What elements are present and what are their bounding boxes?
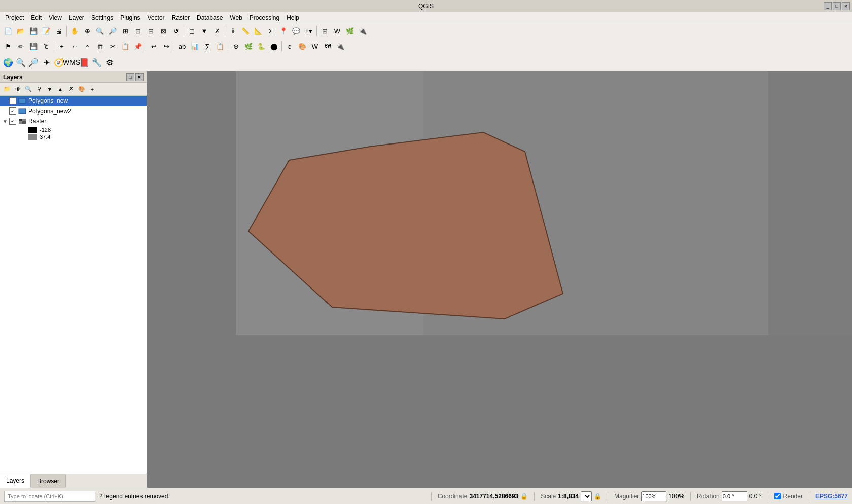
attr-table-button[interactable]: 📋 bbox=[214, 40, 226, 52]
diagram-button[interactable]: 📊 bbox=[189, 40, 201, 52]
zoom-out-button[interactable]: 🔎 bbox=[106, 25, 119, 37]
wms-button[interactable]: W bbox=[331, 25, 343, 37]
locate-input[interactable] bbox=[4, 491, 95, 502]
magnifier-input[interactable] bbox=[641, 491, 666, 501]
plugin-mgr-button[interactable]: 🔌 bbox=[334, 40, 346, 52]
zoom-native-button[interactable]: ⊠ bbox=[157, 25, 169, 37]
layer-checkbox-raster[interactable]: ✓ bbox=[9, 118, 16, 125]
python-button[interactable]: 🐍 bbox=[255, 40, 267, 52]
filter-layers-button[interactable]: ⚲ bbox=[34, 84, 44, 94]
select-by-area-button[interactable]: ◻ bbox=[186, 25, 198, 37]
stats-button[interactable]: Σ bbox=[265, 25, 277, 37]
query-button[interactable]: 🔎 bbox=[27, 56, 40, 68]
field-calc-button[interactable]: ∑ bbox=[201, 40, 214, 52]
print-button[interactable]: 🖨 bbox=[53, 25, 65, 37]
geo-search-button[interactable]: 🔍 bbox=[15, 56, 27, 68]
plugin-button[interactable]: 🔌 bbox=[357, 25, 369, 37]
edit-layer-button[interactable]: ✏ bbox=[15, 40, 27, 52]
save-project-button[interactable]: 💾 bbox=[27, 25, 40, 37]
pan-to-selection-button[interactable]: ⊕ bbox=[81, 25, 93, 37]
menu-database[interactable]: Database bbox=[194, 13, 226, 22]
collapse-all-button[interactable]: ▲ bbox=[55, 84, 65, 94]
menu-edit[interactable]: Edit bbox=[28, 13, 45, 22]
filter-layer-button[interactable]: 🔍 bbox=[23, 84, 33, 94]
digitize-btn-1[interactable]: ⚑ bbox=[2, 40, 14, 52]
crs-value[interactable]: EPSG:5677 bbox=[815, 493, 848, 500]
style-button[interactable]: 🎨 bbox=[296, 40, 308, 52]
extra-plugin-button[interactable]: 🔧 bbox=[91, 56, 103, 68]
layer-item-polygons-new[interactable]: ✓ Polygons_new bbox=[0, 96, 147, 106]
layer-checkbox-polygons-new[interactable]: ✓ bbox=[9, 97, 16, 104]
label-button[interactable]: ab bbox=[176, 40, 188, 52]
move-feature-button[interactable]: ↔ bbox=[68, 40, 81, 52]
wms-2-button[interactable]: WMS bbox=[65, 56, 78, 68]
copy-features-button[interactable]: 📋 bbox=[119, 40, 131, 52]
flight-button[interactable]: ✈ bbox=[40, 56, 52, 68]
paste-features-button[interactable]: 📌 bbox=[132, 40, 144, 52]
undo-button[interactable]: ↩ bbox=[148, 40, 160, 52]
select-dropdown-button[interactable]: ▼ bbox=[198, 25, 210, 37]
layer-item-raster[interactable]: ▼ ✓ Raster bbox=[0, 116, 147, 126]
pdf-button[interactable]: 📕 bbox=[78, 56, 90, 68]
georef-button[interactable]: ⊕ bbox=[230, 40, 242, 52]
cut-features-button[interactable]: ✂ bbox=[106, 40, 119, 52]
tab-browser[interactable]: Browser bbox=[31, 474, 66, 488]
polygon-feature[interactable] bbox=[248, 132, 563, 319]
identify-button[interactable]: ℹ bbox=[227, 25, 239, 37]
new-project-button[interactable]: 📄 bbox=[2, 25, 14, 37]
menu-vector[interactable]: Vector bbox=[145, 13, 168, 22]
save-as-button[interactable]: 📝 bbox=[40, 25, 52, 37]
wkt-button[interactable]: W bbox=[309, 40, 321, 52]
layer-checkbox-polygons-new2[interactable]: ✓ bbox=[9, 107, 16, 115]
menu-help[interactable]: Help bbox=[283, 13, 302, 22]
text-annotation-button[interactable]: T▾ bbox=[303, 25, 315, 37]
save-edits-button[interactable]: 💾 bbox=[27, 40, 40, 52]
menu-view[interactable]: View bbox=[46, 13, 65, 22]
add-layers-button[interactable]: + bbox=[87, 84, 97, 94]
menu-layer[interactable]: Layer bbox=[66, 13, 87, 22]
measure-area-button[interactable]: 📐 bbox=[252, 25, 264, 37]
minimize-button[interactable]: _ bbox=[824, 2, 832, 10]
remove-layer-button[interactable]: ✗ bbox=[66, 84, 76, 94]
measure-button[interactable]: 📏 bbox=[239, 25, 252, 37]
digitize-btn-2[interactable]: 🖱 bbox=[40, 40, 52, 52]
close-button[interactable]: ✕ bbox=[842, 2, 850, 10]
menu-settings[interactable]: Settings bbox=[88, 13, 116, 22]
zoom-in-button[interactable]: 🔍 bbox=[94, 25, 106, 37]
menu-raster[interactable]: Raster bbox=[169, 13, 193, 22]
settings-button[interactable]: ⚙ bbox=[103, 56, 116, 68]
menu-web[interactable]: Web bbox=[227, 13, 245, 22]
add-group-button[interactable]: 📁 bbox=[2, 84, 12, 94]
maximize-button[interactable]: □ bbox=[833, 2, 841, 10]
layer-item-polygons-new2[interactable]: ✓ Polygons_new2 bbox=[0, 106, 147, 116]
annotation-button[interactable]: 💬 bbox=[290, 25, 302, 37]
layer-expand-raster[interactable]: ▼ bbox=[2, 118, 8, 124]
locator-button[interactable]: 📍 bbox=[277, 25, 290, 37]
grass-button[interactable]: 🌿 bbox=[344, 25, 356, 37]
print-composer-button[interactable]: 🗺 bbox=[322, 40, 334, 52]
tab-layers[interactable]: Layers bbox=[0, 474, 31, 488]
map-canvas[interactable] bbox=[147, 71, 852, 488]
scale-select[interactable] bbox=[581, 491, 592, 501]
scale-lock-icon[interactable]: 🔒 bbox=[594, 493, 601, 500]
manage-vis-button[interactable]: 👁 bbox=[13, 84, 23, 94]
open-layer-style-button[interactable]: 🎨 bbox=[77, 84, 87, 94]
pan-button[interactable]: ✋ bbox=[68, 25, 81, 37]
refresh-button[interactable]: ↺ bbox=[170, 25, 182, 37]
menu-project[interactable]: Project bbox=[2, 13, 27, 22]
menu-processing[interactable]: Processing bbox=[246, 13, 282, 22]
menu-plugins[interactable]: Plugins bbox=[117, 13, 143, 22]
expand-all-button[interactable]: ▼ bbox=[45, 84, 55, 94]
open-project-button[interactable]: 📂 bbox=[15, 25, 27, 37]
deselect-button[interactable]: ✗ bbox=[211, 25, 223, 37]
macro-button[interactable]: ⬤ bbox=[268, 40, 280, 52]
layers-float-button[interactable]: □ bbox=[126, 73, 134, 81]
zoom-full-button[interactable]: ⊞ bbox=[119, 25, 131, 37]
coordinate-lock-icon[interactable]: 🔒 bbox=[520, 493, 528, 500]
redo-button[interactable]: ↪ bbox=[160, 40, 172, 52]
layers-close-button[interactable]: ✕ bbox=[135, 73, 144, 81]
add-feature-button[interactable]: + bbox=[56, 40, 68, 52]
grass-tools-button[interactable]: 🌿 bbox=[242, 40, 255, 52]
zoom-selection-button[interactable]: ⊟ bbox=[145, 25, 157, 37]
tile-scale-button[interactable]: ⊞ bbox=[318, 25, 331, 37]
